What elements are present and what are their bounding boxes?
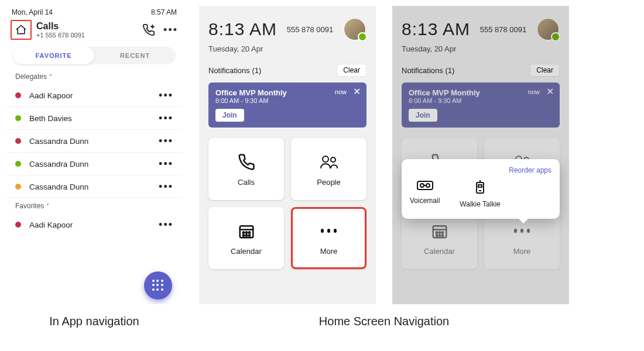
svg-point-24: [426, 184, 430, 187]
notification-time: 8:00 AM - 9:30 AM: [215, 97, 359, 104]
close-icon[interactable]: ✕: [353, 87, 361, 97]
chevron-down-icon: ˅: [46, 203, 49, 209]
popover-app-voicemail[interactable]: Voicemail: [410, 179, 440, 208]
popover-app-walkie-talkie[interactable]: Walkie Talkie: [460, 179, 500, 208]
more-apps-popover: Reorder apps Voicemail Walkie Talkie: [402, 159, 560, 219]
caption-home-screen: Home Screen Navigation: [199, 315, 569, 328]
notification-card[interactable]: Office MVP Monthly 8:00 AM - 9:30 AM now…: [402, 82, 560, 128]
calendar-icon: [431, 222, 448, 240]
contact-row[interactable]: Beth Davies•••: [6, 107, 183, 130]
status-time: 8:57 AM: [151, 8, 177, 16]
home-screen-more-open: 8:13 AM 555 878 0091 Tuesday, 20 Apr Not…: [392, 6, 569, 304]
home-date: Tuesday, 20 Apr: [392, 44, 569, 60]
row-overflow-icon[interactable]: •••: [159, 90, 173, 101]
presence-dot: [15, 184, 21, 190]
more-icon: [319, 221, 339, 241]
home-icon: [15, 24, 27, 36]
avatar[interactable]: [343, 18, 366, 41]
svg-point-7: [245, 232, 247, 233]
tab-recent[interactable]: RECENT: [94, 52, 176, 59]
tile-calendar[interactable]: Calendar: [208, 207, 284, 269]
status-date: Mon, April 14: [12, 8, 53, 16]
svg-point-18: [441, 232, 443, 233]
home-clock: 8:13 AM: [402, 19, 470, 39]
svg-point-3: [331, 157, 335, 162]
home-screen: 8:13 AM 555 878 0091 Tuesday, 20 Apr Not…: [199, 6, 376, 304]
join-button[interactable]: Join: [215, 109, 244, 122]
segmented-tabs: FAVORITE RECENT: [13, 47, 176, 64]
tile-calls[interactable]: Calls: [208, 138, 284, 200]
tile-more[interactable]: More: [291, 207, 366, 269]
notifications-header: Notifications (1): [402, 66, 454, 75]
calls-app-screen: Mon, April 14 8:57 AM Calls +1 555 878 0…: [6, 6, 183, 304]
presence-dot: [15, 161, 21, 167]
presence-dot: [15, 92, 21, 98]
contact-row[interactable]: Cassandra Dunn•••: [6, 153, 183, 176]
svg-point-20: [439, 235, 440, 236]
home-icon-button[interactable]: [11, 20, 32, 40]
caption-in-app: In App navigation: [6, 315, 183, 328]
row-overflow-icon[interactable]: •••: [159, 181, 173, 192]
page-subtitle-phone: +1 555 878 0091: [36, 32, 138, 39]
svg-point-2: [323, 156, 328, 162]
phone-icon: [238, 153, 255, 171]
row-overflow-icon[interactable]: •••: [159, 159, 173, 169]
contact-row[interactable]: Aadi Kapoor•••: [6, 214, 183, 236]
presence-dot: [15, 138, 21, 144]
notifications-header: Notifications (1): [208, 66, 261, 75]
join-button[interactable]: Join: [409, 109, 437, 122]
more-icon: [512, 221, 532, 241]
dialpad-fab[interactable]: [144, 271, 172, 300]
svg-point-9: [242, 235, 244, 236]
calendar-icon: [238, 222, 255, 240]
home-phone-number: 555 878 0091: [476, 25, 530, 34]
dialpad-icon: [152, 280, 164, 291]
row-overflow-icon[interactable]: •••: [159, 113, 173, 123]
home-date: Tuesday, 20 Apr: [199, 44, 376, 60]
status-bar: Mon, April 14 8:57 AM: [6, 6, 183, 18]
chevron-down-icon: ˅: [49, 74, 52, 80]
svg-rect-27: [478, 185, 482, 187]
clear-notifications-button[interactable]: Clear: [337, 64, 366, 77]
contact-row[interactable]: Cassandra Dunn•••: [6, 176, 183, 198]
section-header-delegates[interactable]: Delegates˅: [6, 69, 183, 84]
contact-row[interactable]: Cassandra Dunn•••: [6, 130, 183, 153]
svg-point-17: [439, 232, 440, 233]
tile-people[interactable]: People: [291, 138, 366, 200]
overflow-menu-icon[interactable]: •••: [163, 25, 178, 35]
svg-point-11: [248, 235, 250, 236]
svg-point-10: [245, 235, 247, 236]
svg-point-8: [248, 232, 250, 233]
svg-point-19: [436, 235, 437, 236]
notification-now-badge: now: [528, 88, 540, 95]
presence-dot: [15, 222, 21, 228]
tab-favorite[interactable]: FAVORITE: [13, 47, 94, 64]
row-overflow-icon[interactable]: •••: [159, 136, 173, 146]
reorder-apps-link[interactable]: Reorder apps: [410, 166, 551, 174]
add-call-icon[interactable]: [142, 23, 155, 36]
svg-point-6: [242, 232, 244, 233]
clear-notifications-button[interactable]: Clear: [530, 64, 560, 77]
people-icon: [320, 153, 338, 171]
svg-point-21: [441, 235, 443, 236]
avatar[interactable]: [536, 18, 560, 41]
section-header-favorites[interactable]: Favorites˅: [6, 198, 183, 214]
close-icon[interactable]: ✕: [546, 87, 554, 97]
svg-point-16: [436, 232, 437, 233]
svg-point-23: [420, 184, 424, 187]
presence-dot: [15, 115, 21, 121]
walkie-talkie-icon: [474, 179, 487, 195]
notification-time: 8:00 AM - 9:30 AM: [409, 97, 553, 104]
row-overflow-icon[interactable]: •••: [159, 219, 173, 230]
voicemail-icon: [416, 179, 434, 192]
home-clock: 8:13 AM: [208, 19, 277, 39]
notification-card[interactable]: Office MVP Monthly 8:00 AM - 9:30 AM now…: [208, 82, 366, 128]
notification-now-badge: now: [335, 88, 347, 95]
contact-row[interactable]: Aadi Kapoor•••: [6, 84, 183, 107]
page-title: Calls: [36, 21, 138, 32]
home-phone-number: 555 878 0091: [283, 25, 337, 34]
